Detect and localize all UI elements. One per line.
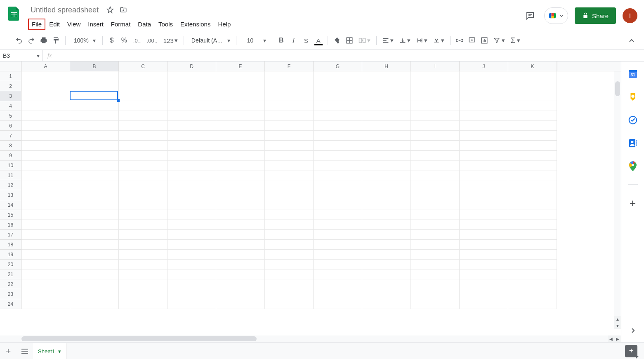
cell[interactable] xyxy=(411,260,460,269)
cell[interactable] xyxy=(362,299,411,309)
cell[interactable] xyxy=(362,131,411,141)
cell[interactable] xyxy=(411,250,460,260)
cell[interactable] xyxy=(265,190,314,200)
cell[interactable] xyxy=(216,250,265,260)
cell[interactable] xyxy=(460,141,508,151)
cell[interactable] xyxy=(508,101,557,111)
cell[interactable] xyxy=(216,220,265,230)
cell[interactable] xyxy=(21,131,70,141)
cell[interactable] xyxy=(411,210,460,220)
percent-button[interactable]: % xyxy=(118,35,130,46)
row-header[interactable]: 5 xyxy=(0,111,21,121)
cell[interactable] xyxy=(265,161,314,170)
column-header[interactable]: B xyxy=(70,61,119,71)
cell[interactable] xyxy=(70,240,119,250)
cell[interactable] xyxy=(21,141,70,151)
cell[interactable] xyxy=(119,220,167,230)
cell[interactable] xyxy=(70,220,119,230)
cell[interactable] xyxy=(460,151,508,161)
zoom-select[interactable]: 100%▾ xyxy=(69,37,99,44)
cell[interactable] xyxy=(508,161,557,170)
cell[interactable] xyxy=(265,250,314,260)
cell[interactable] xyxy=(362,180,411,190)
cell[interactable] xyxy=(411,170,460,180)
menu-file[interactable]: File xyxy=(28,19,45,30)
cell[interactable] xyxy=(70,141,119,151)
row-header[interactable]: 19 xyxy=(0,250,21,260)
row-header[interactable]: 11 xyxy=(0,170,21,180)
cell[interactable] xyxy=(265,289,314,299)
menu-insert[interactable]: Insert xyxy=(84,19,107,30)
cell[interactable] xyxy=(411,71,460,81)
cell[interactable] xyxy=(362,111,411,121)
cell[interactable] xyxy=(70,250,119,260)
cell[interactable] xyxy=(314,131,362,141)
strikethrough-button[interactable]: S xyxy=(300,35,312,46)
paint-format-button[interactable] xyxy=(50,35,62,46)
cell[interactable] xyxy=(21,200,70,210)
add-on-button[interactable]: + xyxy=(628,198,638,208)
cell[interactable] xyxy=(314,111,362,121)
cell[interactable] xyxy=(314,81,362,91)
cell[interactable] xyxy=(216,240,265,250)
cell[interactable] xyxy=(265,131,314,141)
merge-cells-button[interactable]: ▾ xyxy=(356,35,373,46)
cell[interactable] xyxy=(265,121,314,131)
insert-link-button[interactable] xyxy=(454,35,465,46)
cell[interactable] xyxy=(460,240,508,250)
cell[interactable] xyxy=(314,170,362,180)
cell[interactable] xyxy=(460,81,508,91)
cell[interactable] xyxy=(460,71,508,81)
column-header[interactable]: C xyxy=(119,61,167,71)
cell[interactable] xyxy=(314,190,362,200)
row-header[interactable]: 10 xyxy=(0,161,21,170)
cell[interactable] xyxy=(265,260,314,269)
row-header[interactable]: 4 xyxy=(0,101,21,111)
formula-bar[interactable]: fx xyxy=(42,52,644,59)
cell[interactable] xyxy=(167,260,216,269)
sheet-tab-active[interactable]: Sheet1 ▾ xyxy=(33,343,66,359)
cell[interactable] xyxy=(119,240,167,250)
cell[interactable] xyxy=(362,240,411,250)
cell[interactable] xyxy=(216,170,265,180)
cell[interactable] xyxy=(216,121,265,131)
row-header[interactable]: 14 xyxy=(0,200,21,210)
contacts-icon[interactable] xyxy=(628,138,638,148)
menu-extensions[interactable]: Extensions xyxy=(177,19,214,30)
cell[interactable] xyxy=(265,170,314,180)
cell[interactable] xyxy=(70,200,119,210)
cell[interactable] xyxy=(508,279,557,289)
cell[interactable] xyxy=(216,151,265,161)
cell[interactable] xyxy=(460,289,508,299)
cell[interactable] xyxy=(362,279,411,289)
cell[interactable] xyxy=(70,111,119,121)
cell[interactable] xyxy=(119,170,167,180)
cell[interactable] xyxy=(216,161,265,170)
text-wrap-button[interactable]: ▾ xyxy=(414,35,430,46)
cell[interactable] xyxy=(216,210,265,220)
row-header[interactable]: 21 xyxy=(0,269,21,279)
cell[interactable] xyxy=(362,81,411,91)
scroll-down-button[interactable]: ▼ xyxy=(614,322,621,329)
cell[interactable] xyxy=(314,220,362,230)
cell[interactable] xyxy=(70,81,119,91)
row-header[interactable]: 24 xyxy=(0,299,21,309)
cell[interactable] xyxy=(70,180,119,190)
cell[interactable] xyxy=(119,200,167,210)
cell[interactable] xyxy=(411,279,460,289)
cell[interactable] xyxy=(167,230,216,240)
cell[interactable] xyxy=(167,190,216,200)
row-header[interactable]: 8 xyxy=(0,141,21,151)
cell[interactable] xyxy=(119,101,167,111)
cell[interactable] xyxy=(167,131,216,141)
cell[interactable] xyxy=(21,269,70,279)
cell[interactable] xyxy=(411,81,460,91)
cell[interactable] xyxy=(265,269,314,279)
cell[interactable] xyxy=(314,200,362,210)
move-folder-icon[interactable] xyxy=(119,6,127,14)
bold-button[interactable]: B xyxy=(276,35,287,46)
cell[interactable] xyxy=(460,200,508,210)
cell[interactable] xyxy=(216,279,265,289)
cell[interactable] xyxy=(167,71,216,81)
cell[interactable] xyxy=(21,180,70,190)
